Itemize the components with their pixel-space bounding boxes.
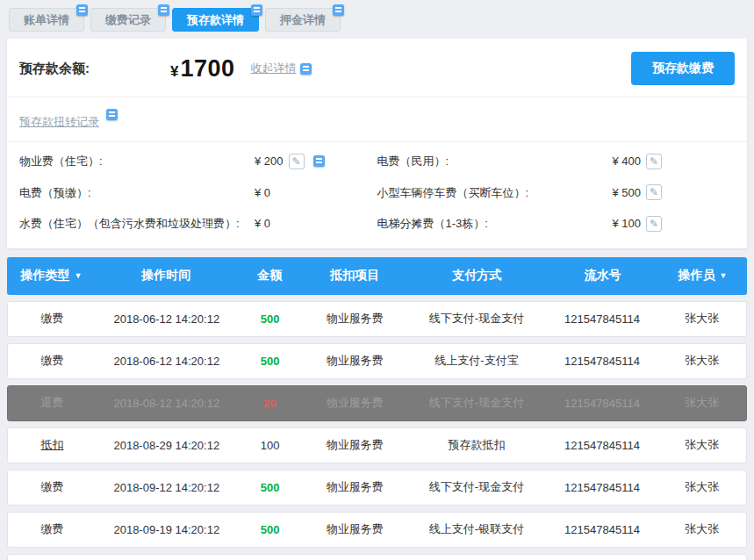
tab-label: 账单详情 — [24, 12, 69, 28]
fee-item: 小型车辆停车费（买断车位）: ¥ 500 ✎ — [377, 177, 736, 209]
cell-serial-number: 121547845114 — [547, 355, 657, 368]
fee-amount: ¥ 200 ✎ — [255, 154, 325, 169]
header-label: 支付方式 — [452, 268, 501, 284]
guide-badge-icon[interactable] — [158, 4, 169, 16]
prepaid-pay-button[interactable]: 预存款缴费 — [631, 52, 735, 85]
fee-amount: ¥ 0 — [255, 186, 270, 199]
header-operator[interactable]: 操作员 ▼ — [658, 268, 747, 284]
cell-payment-method: 线下支付-现金支付 — [406, 311, 547, 327]
fee-item: 水费（住宅）（包含污水费和垃圾处理费）: ¥ 0 — [19, 208, 377, 240]
balance-label: 预存款余额: — [19, 61, 90, 77]
table-row: 抵扣撤销 2018-10-12 14:20:12 100 物业服务费 预存款抵扣… — [7, 554, 747, 560]
cell-operation-type: 缴费 — [8, 353, 97, 369]
fee-label: 水费（住宅）（包含污水费和垃圾处理费）: — [19, 215, 255, 233]
fee-label: 物业费（住宅）: — [19, 153, 255, 170]
cell-operator: 张大张 — [657, 479, 746, 495]
cell-deduction-item: 物业服务费 — [303, 395, 406, 411]
cell-amount: 500 — [237, 312, 304, 326]
cell-operation-time: 2018-09-19 14:20:12 — [97, 523, 237, 536]
cell-deduction-item: 物业服务费 — [303, 479, 406, 495]
cell-amount: 500 — [237, 523, 304, 536]
edit-icon[interactable]: ✎ — [289, 154, 305, 169]
prepaid-summary-card: 预存款余额: ¥ 1700 收起详情 预存款缴费 预存款扭转记录 物业费（住宅）… — [7, 39, 747, 248]
cell-operation-time: 2018-09-12 14:20:12 — [97, 481, 237, 494]
cell-operator: 张大张 — [657, 353, 746, 369]
fee-label: 小型车辆停车费（买断车位）: — [377, 184, 613, 202]
fee-value: ¥ 400 — [613, 154, 642, 168]
operation-type-link[interactable]: 抵扣 — [40, 438, 63, 451]
cell-serial-number: 121547845114 — [547, 481, 657, 494]
guide-badge-icon[interactable] — [300, 63, 312, 75]
header-deduction-item: 抵扣项目 — [303, 268, 406, 284]
tab-payment-records[interactable]: 缴费记录 — [90, 8, 166, 32]
tab-prepaid-details[interactable]: 预存款详情 — [172, 8, 259, 32]
balance-value: 1700 — [180, 55, 234, 83]
header-label: 金额 — [257, 268, 282, 284]
header-label: 抵扣项目 — [330, 268, 379, 284]
cell-operation-type: 缴费 — [8, 521, 97, 537]
table-row-disabled: 退费 2018-08-12 14:20:12 20 物业服务费 线下支付-现金支… — [7, 385, 747, 421]
guide-badge-icon[interactable] — [333, 4, 344, 16]
page: 账单详情 缴费记录 预存款详情 押金详情 预存款余额: ¥ 1700 收起详情 … — [0, 0, 754, 560]
guide-badge-icon[interactable] — [251, 4, 262, 16]
cell-serial-number: 121547845114 — [547, 523, 657, 536]
header-label: 操作类型 — [21, 268, 70, 284]
table-header: 操作类型 ▼ 操作时间 金额 抵扣项目 支付方式 流水号 操作员 ▼ — [7, 257, 747, 295]
table-row: 抵扣 2018-08-29 14:20:12 100 物业服务费 预存款抵扣 1… — [7, 427, 747, 463]
fee-value: ¥ 0 — [255, 186, 270, 199]
tab-label: 缴费记录 — [105, 12, 151, 28]
tab-label: 预存款详情 — [187, 12, 244, 28]
fee-amount: ¥ 400 ✎ — [613, 154, 663, 169]
cell-deduction-item: 物业服务费 — [303, 437, 406, 453]
cell-deduction-item: 物业服务费 — [303, 311, 406, 327]
edit-icon[interactable]: ✎ — [646, 216, 662, 232]
tab-bill-details[interactable]: 账单详情 — [9, 8, 84, 32]
table-row: 缴费 2018-09-12 14:20:12 500 物业服务费 线下支付-现金… — [7, 470, 747, 506]
sort-icon[interactable]: ▼ — [719, 271, 727, 280]
fee-value: ¥ 0 — [255, 217, 270, 230]
cell-operator: 张大张 — [657, 437, 746, 453]
transfer-record-link[interactable]: 预存款扭转记录 — [19, 115, 99, 128]
cell-payment-method: 预存款抵扣 — [406, 437, 547, 453]
edit-icon[interactable]: ✎ — [646, 154, 662, 169]
cell-operator: 张大张 — [657, 395, 746, 411]
header-operation-type[interactable]: 操作类型 ▼ — [7, 268, 96, 284]
fee-item: 电梯分摊费（1-3栋）: ¥ 100 ✎ — [377, 208, 736, 240]
fee-label: 电费（民用）: — [377, 153, 613, 170]
fee-amount: ¥ 0 — [255, 217, 270, 230]
tab-label: 押金详情 — [280, 12, 326, 28]
guide-badge-icon[interactable] — [106, 109, 118, 120]
fee-value: ¥ 100 — [613, 217, 642, 230]
cell-serial-number: 121547845114 — [547, 439, 657, 452]
cell-payment-method: 线下支付-现金支付 — [406, 479, 547, 495]
cell-operator: 张大张 — [657, 311, 746, 327]
cell-operator: 张大张 — [657, 521, 746, 537]
cell-amount: 100 — [237, 439, 304, 452]
header-label: 操作员 — [678, 268, 715, 284]
header-payment-method: 支付方式 — [406, 268, 547, 284]
table-row: 缴费 2018-06-12 14:20:12 500 物业服务费 线上支付-支付… — [7, 343, 747, 379]
fee-label: 电梯分摊费（1-3栋）: — [377, 215, 613, 233]
cell-payment-method: 线上支付-支付宝 — [406, 353, 547, 369]
cell-operation-type: 抵扣 — [8, 437, 97, 453]
collapse-details-link[interactable]: 收起详情 — [251, 61, 297, 76]
cell-operation-type: 退费 — [8, 395, 97, 411]
balance-amount: ¥ 1700 — [170, 55, 235, 83]
balance-row: 预存款余额: ¥ 1700 收起详情 预存款缴费 — [7, 39, 747, 97]
guide-badge-icon[interactable] — [76, 4, 88, 16]
cell-deduction-item: 物业服务费 — [303, 521, 406, 537]
cell-operation-time: 2018-08-12 14:20:12 — [97, 397, 237, 410]
cell-operation-time: 2018-06-12 14:20:12 — [97, 312, 237, 326]
table-row: 缴费 2018-09-19 14:20:12 500 物业服务费 线上支付-银联… — [7, 512, 747, 548]
sort-icon[interactable]: ▼ — [75, 271, 83, 280]
cell-payment-method: 线上支付-银联支付 — [406, 521, 547, 537]
currency-symbol: ¥ — [170, 63, 178, 81]
fee-value: ¥ 500 — [613, 186, 642, 199]
tab-bar: 账单详情 缴费记录 预存款详情 押金详情 — [9, 8, 747, 32]
edit-icon[interactable]: ✎ — [646, 184, 662, 200]
tab-deposit-details[interactable]: 押金详情 — [265, 8, 341, 32]
guide-badge-icon[interactable] — [313, 155, 325, 167]
fee-item: 物业费（住宅）: ¥ 200 ✎ — [19, 146, 377, 177]
header-label: 流水号 — [585, 268, 621, 284]
table-row: 缴费 2018-06-12 14:20:12 500 物业服务费 线下支付-现金… — [7, 301, 747, 337]
